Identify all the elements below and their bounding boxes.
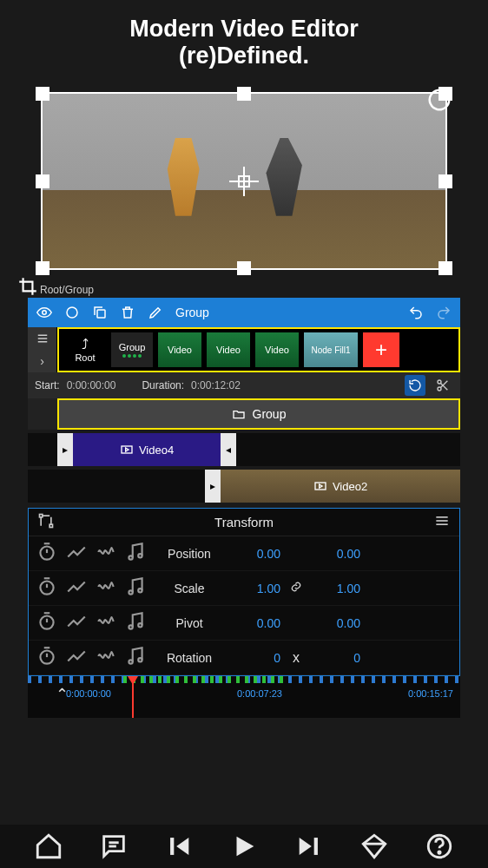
svg-point-37 bbox=[40, 650, 53, 663]
svg-point-35 bbox=[129, 625, 132, 628]
folder-icon bbox=[232, 406, 246, 422]
graph-icon[interactable] bbox=[65, 645, 88, 671]
transform-gizmo-icon[interactable] bbox=[37, 512, 55, 533]
up-icon: ⤴ bbox=[82, 337, 89, 352]
rotate-icon[interactable] bbox=[426, 87, 452, 113]
home-icon[interactable] bbox=[34, 832, 63, 861]
clip-trim-left[interactable]: ▸ bbox=[57, 433, 73, 466]
step-back-icon[interactable] bbox=[164, 832, 194, 861]
trash-icon[interactable] bbox=[120, 305, 135, 320]
stopwatch-icon[interactable] bbox=[36, 541, 58, 567]
step-forward-icon[interactable] bbox=[294, 832, 324, 861]
prop-value-2[interactable]: 0.00 bbox=[312, 547, 360, 561]
edit-toolbar: Group bbox=[28, 298, 460, 327]
resize-handle-tm[interactable] bbox=[237, 87, 251, 101]
thumb-root[interactable]: ⤴ Root bbox=[64, 332, 106, 367]
timeline-ruler[interactable]: ⌃ 0:00:00:00 0:00:07:23 0:00:15:17 bbox=[28, 676, 460, 718]
bottom-nav bbox=[0, 825, 488, 868]
stopwatch-icon[interactable] bbox=[36, 575, 58, 602]
comment-icon[interactable] bbox=[99, 832, 129, 861]
prop-value-1[interactable]: 0 bbox=[232, 651, 280, 665]
svg-point-22 bbox=[40, 546, 53, 559]
clip-video2-label: Video2 bbox=[333, 480, 367, 493]
resize-handle-ml[interactable] bbox=[36, 174, 49, 188]
prop-value-1[interactable]: 1.00 bbox=[232, 582, 280, 595]
clip-meta: Start: 0:00:00:00 Duration: 0:00:12:02 bbox=[28, 372, 460, 398]
prop-value-1[interactable]: 0.00 bbox=[232, 616, 280, 630]
prop-label: Pivot bbox=[154, 616, 225, 630]
chevron-right-icon[interactable]: › bbox=[35, 353, 50, 369]
pencil-icon[interactable] bbox=[148, 305, 163, 320]
clip-video2[interactable]: Video2 bbox=[221, 470, 460, 503]
shake-icon[interactable] bbox=[95, 610, 117, 636]
resize-handle-mr[interactable] bbox=[439, 174, 452, 188]
crop-icon[interactable] bbox=[16, 275, 39, 298]
start-value[interactable]: 0:00:00:00 bbox=[67, 379, 116, 391]
svg-marker-49 bbox=[364, 835, 386, 858]
undo-icon[interactable] bbox=[408, 305, 424, 320]
pivot-crosshair[interactable] bbox=[234, 172, 254, 191]
thumb-video-2[interactable]: Video bbox=[207, 332, 250, 367]
clip-trim-left-2[interactable]: ▸ bbox=[205, 470, 221, 503]
shake-icon[interactable] bbox=[95, 645, 117, 671]
duration-value[interactable]: 0:00:12:02 bbox=[191, 379, 241, 391]
resize-handle-tl[interactable] bbox=[36, 87, 49, 101]
music-icon[interactable] bbox=[124, 541, 147, 567]
thumb-group[interactable]: Group bbox=[111, 332, 153, 367]
svg-rect-15 bbox=[49, 524, 52, 527]
clip-video4[interactable]: Video4 bbox=[73, 433, 221, 466]
play-icon[interactable] bbox=[229, 832, 259, 861]
link-icon[interactable] bbox=[287, 581, 305, 596]
preview-canvas[interactable] bbox=[27, 83, 461, 279]
graph-icon[interactable] bbox=[65, 575, 88, 602]
resize-handle-bl[interactable] bbox=[36, 261, 49, 275]
redo-icon[interactable] bbox=[436, 305, 452, 320]
prop-value-2[interactable]: 0 bbox=[312, 651, 360, 665]
music-icon[interactable] bbox=[124, 575, 147, 602]
svg-rect-48 bbox=[314, 838, 318, 855]
resize-handle-bm[interactable] bbox=[237, 261, 251, 275]
shake-icon[interactable] bbox=[95, 575, 117, 602]
svg-rect-10 bbox=[122, 446, 132, 453]
diamond-icon[interactable] bbox=[359, 832, 389, 861]
graph-icon[interactable] bbox=[65, 610, 88, 636]
circle-icon[interactable] bbox=[64, 305, 80, 320]
start-label: Start: bbox=[35, 379, 60, 391]
svg-point-31 bbox=[138, 589, 142, 592]
help-icon[interactable] bbox=[425, 832, 454, 861]
clip-row-video2: ▸ Video2 bbox=[28, 470, 460, 503]
prop-value-2[interactable]: 1.00 bbox=[312, 582, 360, 595]
stopwatch-icon[interactable] bbox=[36, 610, 58, 636]
breadcrumb: Root/Group bbox=[40, 284, 488, 296]
svg-rect-44 bbox=[170, 838, 174, 855]
svg-point-0 bbox=[43, 311, 47, 315]
graph-icon[interactable] bbox=[65, 541, 88, 567]
clip-trim-right[interactable]: ◂ bbox=[221, 433, 236, 466]
menu-icon[interactable] bbox=[433, 512, 451, 533]
reset-icon[interactable] bbox=[405, 375, 425, 396]
svg-point-32 bbox=[40, 615, 53, 628]
transform-row-pivot: Pivot0.000.00 bbox=[29, 606, 459, 641]
stopwatch-icon[interactable] bbox=[36, 645, 58, 671]
film-icon bbox=[120, 442, 134, 457]
group-track-bar[interactable]: Group bbox=[57, 398, 460, 430]
thumb-nodefill[interactable]: Node Fill1 bbox=[304, 332, 358, 367]
prop-value-2[interactable]: 0.00 bbox=[312, 616, 360, 630]
resize-handle-br[interactable] bbox=[439, 261, 452, 275]
svg-marker-47 bbox=[300, 838, 312, 855]
scissors-icon[interactable] bbox=[432, 375, 453, 396]
add-clip-button[interactable]: + bbox=[363, 332, 399, 367]
selection-frame[interactable] bbox=[41, 92, 447, 270]
copy-icon[interactable] bbox=[92, 305, 108, 320]
thumb-video-3[interactable]: Video bbox=[255, 332, 299, 367]
prop-value-1[interactable]: 0.00 bbox=[232, 547, 280, 561]
svg-point-41 bbox=[138, 658, 142, 661]
list-icon[interactable] bbox=[35, 331, 50, 346]
music-icon[interactable] bbox=[124, 645, 147, 671]
shake-icon[interactable] bbox=[95, 541, 117, 567]
preview-subject-2 bbox=[264, 138, 304, 216]
svg-point-30 bbox=[129, 590, 132, 594]
thumb-video-1[interactable]: Video bbox=[158, 332, 201, 367]
music-icon[interactable] bbox=[124, 610, 147, 636]
visibility-icon[interactable] bbox=[36, 305, 52, 320]
